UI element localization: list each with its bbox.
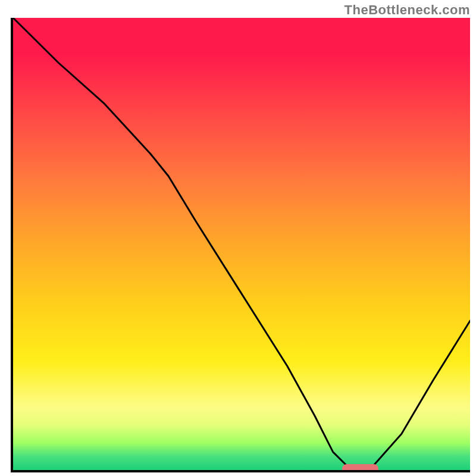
plot-area <box>11 18 470 472</box>
optimum-marker <box>342 464 378 472</box>
curve-path <box>13 18 470 470</box>
bottleneck-curve <box>13 18 470 470</box>
watermark-text: TheBottleneck.com <box>345 2 470 18</box>
